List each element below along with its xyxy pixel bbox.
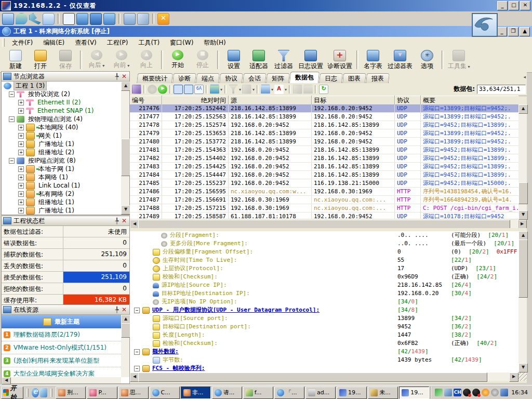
menu-item[interactable]: 查看(V) <box>70 37 102 48</box>
column-header[interactable]: 源 <box>229 96 312 104</box>
tree-expand-icon[interactable]: + <box>18 150 24 155</box>
menu-item[interactable]: 文件(F) <box>7 37 38 48</box>
tab-logs[interactable]: 日志 <box>319 73 343 83</box>
log-settings-button[interactable]: 日志设置 <box>296 49 325 71</box>
table-row[interactable]: 217476 17:20:25.152442 218.16.142.85:138… <box>130 104 518 113</box>
decode-row[interactable]: 目标IP地址[Destination IP]: 192.168.0.20 [30… <box>130 289 518 298</box>
export-packet-icon[interactable] <box>132 85 141 94</box>
send-mail-icon[interactable] <box>293 85 302 94</box>
decode-row[interactable]: 无IP选项[No IP Option]: [34/0] <box>130 298 518 306</box>
tree-item[interactable]: + 组播地址 (2) <box>2 148 121 156</box>
tree-item[interactable]: + Link Local (1) <box>2 181 121 190</box>
start-menu-button[interactable]: 开始 <box>1 387 23 399</box>
decode-row[interactable]: 分段[Fragment]: .0.. .... (可能分段)[20/1] <box>130 231 518 240</box>
qq2-tray-icon[interactable] <box>472 389 480 396</box>
toolset-button[interactable]: 工具集 ▾ <box>446 49 472 71</box>
start-button[interactable]: 开始 <box>165 49 190 70</box>
phone-icon[interactable] <box>29 13 41 25</box>
tree-item[interactable]: − 按协议浏览 (2) <box>2 90 121 98</box>
decode-row[interactable]: 校验和[Checksum]: 0x96D9 (正确)[24/2] <box>130 273 518 281</box>
tab-protocols[interactable]: 协议 <box>219 73 243 83</box>
fetion-tray-icon[interactable] <box>482 389 489 396</box>
chat-icon[interactable] <box>16 13 28 25</box>
task-button[interactable]: C... <box>150 387 180 399</box>
options-button[interactable]: 选项 <box>415 49 440 71</box>
back-button[interactable]: 向后 ▾ <box>84 49 109 70</box>
tree-item[interactable]: + Ethernet II (2) <box>2 98 121 107</box>
table-row[interactable]: 217486 17:20:25.156595 nc.xiaoyou.qq.com… <box>130 188 518 196</box>
decode-row[interactable]: 源端口[Source port]: 13899 [34/2] <box>130 314 518 323</box>
decode-expand-icon[interactable]: − <box>134 349 140 355</box>
decode-expand-icon[interactable]: − <box>134 308 140 313</box>
task-button[interactable]: 思... <box>118 387 149 399</box>
task-button[interactable]: 19... <box>337 387 367 399</box>
diagnosis-settings-button[interactable]: 诊断设置 <box>325 49 354 71</box>
scroll-thumb[interactable] <box>518 240 528 298</box>
scroll-right-icon[interactable]: ▶ <box>509 373 518 382</box>
tab-packets[interactable]: 数据包 <box>289 72 320 83</box>
decode-row[interactable]: − 额外数据: [42/1439] <box>130 348 518 356</box>
forward-button[interactable]: 向前 ▾ <box>109 49 134 70</box>
list-item[interactable]: 3 (原创)利用科来发现某单位新型 <box>2 354 121 367</box>
prev-packet-icon[interactable] <box>148 85 157 94</box>
filter-button[interactable]: 过滤器 <box>271 49 296 71</box>
stop-button[interactable]: 停止 <box>190 49 215 70</box>
tree-item[interactable]: − 按物理端点浏览 (4) <box>2 115 121 123</box>
menu-item[interactable]: 窗口(W) <box>165 37 198 48</box>
column-header[interactable]: 绝对时间 <box>162 96 229 104</box>
close-session-icon[interactable] <box>157 13 169 25</box>
table-row[interactable]: 217483 17:20:25.154425 192.168.0.20:9452… <box>130 163 518 171</box>
tab-conversations[interactable]: 会话 <box>243 73 267 83</box>
table-row[interactable]: 217480 17:20:25.153772 218.16.142.85:138… <box>130 138 518 146</box>
volume-tray-icon[interactable] <box>491 389 499 396</box>
column-header[interactable]: 编号 <box>130 96 162 104</box>
filter-table-button[interactable]: 过滤器表 <box>385 49 415 71</box>
tree-expand-icon[interactable]: + <box>18 166 24 172</box>
app-restore-icon[interactable]: ❐ <box>508 27 518 36</box>
tab-charts[interactable]: 图表 <box>342 73 366 83</box>
refresh-icon[interactable] <box>319 85 328 94</box>
decode-row[interactable]: − FCS - 帧校验序列: <box>130 364 518 373</box>
table-row[interactable]: 217479 17:20:25.153653 218.16.142.85:138… <box>130 129 518 138</box>
table-row[interactable]: 217489 17:20:25.158587 61.188.187.81:101… <box>130 212 518 219</box>
messenger-tray-icon[interactable] <box>444 389 452 396</box>
scroll-up-icon[interactable]: ▲ <box>121 82 130 91</box>
scroll-down-icon[interactable]: ▼ <box>518 363 528 373</box>
column-header[interactable]: 协议 <box>395 96 421 104</box>
task-button[interactable]: 19... <box>399 387 429 399</box>
tree-expand-icon[interactable]: + <box>18 208 24 214</box>
tab-scroll-left-icon[interactable]: ◂ <box>523 74 526 79</box>
scroll-thumb[interactable] <box>518 182 528 204</box>
tree-item[interactable]: + 私有网络 (2) <box>2 190 121 198</box>
tab-endpoints[interactable]: 端点 <box>196 73 220 83</box>
list-item[interactable]: 4 大型企业局域网安全解决方案 <box>2 367 121 377</box>
tab-matrix[interactable]: 矩阵 <box>266 73 290 83</box>
column-list-icon[interactable] <box>261 85 270 94</box>
tree-item[interactable]: + Ethernet SNAP (1) <box>2 107 121 115</box>
toggle-hex-pane-icon[interactable] <box>184 85 193 94</box>
new-connection-icon[interactable] <box>2 13 14 25</box>
topic-link[interactable]: (原创)利用科来发现某单位新型 <box>14 356 99 365</box>
task-button[interactable]: P... <box>87 387 117 399</box>
maximize-icon[interactable]: □ <box>509 1 519 10</box>
network-tray-icon[interactable] <box>500 389 508 396</box>
close-icon[interactable]: ✕ <box>121 306 128 313</box>
scroll-thumb[interactable] <box>121 323 130 338</box>
tree-item[interactable]: + 广播地址 (1) <box>2 140 121 148</box>
app-minimize-icon[interactable]: _ <box>497 27 507 36</box>
online-hscrollbar[interactable]: ◀ <box>2 377 121 383</box>
task-button[interactable]: 非... <box>181 387 211 399</box>
decode-row[interactable]: 生存时间[Time To Live]: 55 [22/1] <box>130 256 518 264</box>
tree-item[interactable]: + 组播地址 (1) <box>2 198 121 206</box>
tab-summary[interactable]: 概要统计 <box>137 73 173 83</box>
topic-link[interactable]: 大型企业局域网安全解决方案 <box>14 369 95 378</box>
decode-hscrollbar[interactable]: ◀ ▶ <box>130 373 518 381</box>
message-icon[interactable] <box>43 13 55 25</box>
decode-row[interactable]: 长度[Length]: 1447 [38/2] <box>130 331 518 339</box>
task-button[interactable]: 未... <box>368 387 398 399</box>
view-scaled-icon[interactable] <box>76 13 88 25</box>
find-icon[interactable] <box>274 85 284 94</box>
decode-scrollbar[interactable]: ▲ ▼ <box>518 231 527 373</box>
menu-item[interactable]: 编辑(E) <box>38 37 70 48</box>
task-button[interactable]: 请... <box>212 387 242 399</box>
